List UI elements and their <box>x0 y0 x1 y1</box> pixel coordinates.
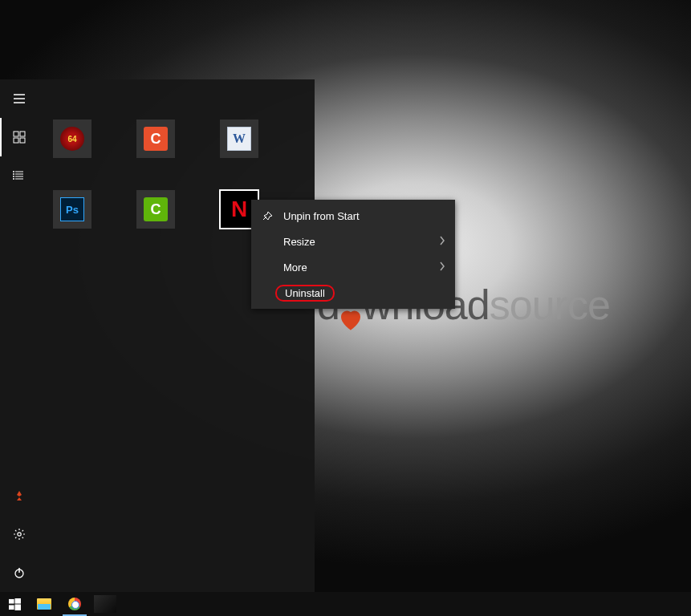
hamburger-icon[interactable] <box>0 79 39 118</box>
camtasia-icon: C <box>144 197 168 221</box>
file-explorer-icon <box>37 598 51 610</box>
taskbar-app[interactable] <box>90 592 120 616</box>
tile-camtasia[interactable]: C <box>136 190 175 229</box>
chevron-right-icon <box>439 261 445 274</box>
settings-icon[interactable] <box>0 515 39 553</box>
pinned-tiles-icon[interactable] <box>0 118 39 156</box>
menu-item-uninstall[interactable]: Uninstall <box>251 280 455 306</box>
svg-rect-14 <box>14 604 21 610</box>
svg-rect-13 <box>9 605 14 610</box>
context-menu: Unpin from Start Resize More Uninstall <box>251 200 455 309</box>
app-dark-icon <box>94 595 116 613</box>
tile-photoshop[interactable]: Ps <box>53 190 91 229</box>
start-rail <box>0 79 39 592</box>
menu-label-more: More <box>283 261 307 274</box>
tile-aida64[interactable]: 64 <box>53 120 91 158</box>
svg-rect-12 <box>14 598 21 604</box>
svg-point-7 <box>13 178 14 180</box>
taskbar-file-explorer[interactable] <box>29 592 59 616</box>
watermark-source: source <box>490 281 610 329</box>
menu-item-more[interactable]: More <box>251 254 455 280</box>
start-button[interactable] <box>0 592 29 616</box>
svg-point-5 <box>13 173 14 175</box>
user-app-icon[interactable] <box>0 476 39 515</box>
word-icon: W <box>227 127 251 151</box>
svg-rect-2 <box>14 138 18 143</box>
all-apps-icon[interactable] <box>0 156 39 195</box>
netflix-icon: N <box>227 197 251 221</box>
svg-point-6 <box>13 176 14 177</box>
menu-label-resize: Resize <box>283 236 315 248</box>
svg-rect-3 <box>20 138 25 143</box>
svg-point-8 <box>18 533 21 536</box>
snip-icon: C <box>144 127 168 151</box>
tile-word[interactable]: W <box>220 120 258 158</box>
taskbar-chrome[interactable] <box>59 592 90 616</box>
menu-label-unpin: Unpin from Start <box>283 210 360 222</box>
svg-rect-0 <box>14 132 18 136</box>
power-icon[interactable] <box>0 553 39 592</box>
photoshop-icon: Ps <box>60 197 84 221</box>
chevron-right-icon <box>439 236 445 248</box>
menu-item-resize[interactable]: Resize <box>251 229 455 254</box>
unpin-icon <box>261 209 274 222</box>
start-menu: 64 C W Ps C N <box>0 79 315 592</box>
taskbar <box>0 592 691 616</box>
menu-label-uninstall: Uninstall <box>275 285 335 302</box>
tile-snip[interactable]: C <box>136 120 175 158</box>
svg-rect-11 <box>9 598 14 603</box>
svg-point-4 <box>13 171 14 172</box>
windows-icon <box>9 598 21 610</box>
chrome-icon <box>68 598 81 610</box>
menu-item-unpin[interactable]: Unpin from Start <box>251 203 455 229</box>
svg-rect-1 <box>20 132 25 136</box>
aida64-icon: 64 <box>60 127 84 151</box>
start-tiles: 64 C W Ps C N <box>39 79 315 592</box>
